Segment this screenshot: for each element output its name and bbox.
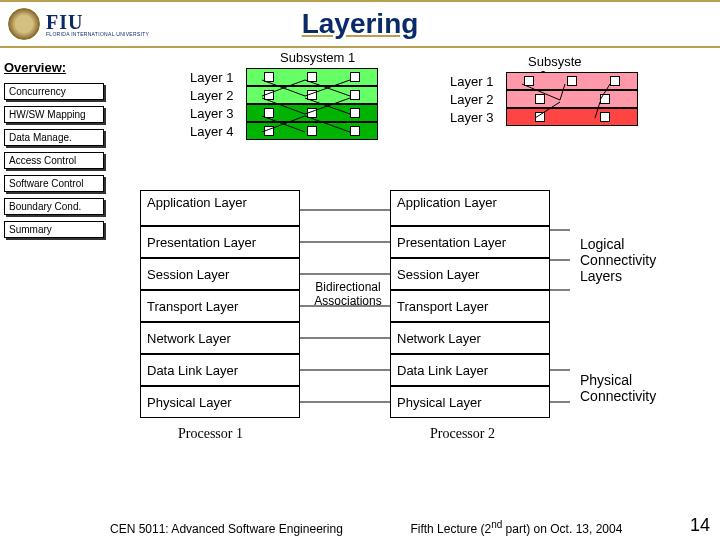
s1-layer4-label: Layer 4 [190, 124, 246, 139]
footer-mid-sup: nd [491, 519, 502, 530]
footer-left: CEN 5011: Advanced Software Engineering [110, 522, 343, 536]
node-icon [264, 90, 274, 100]
logical-label: Logical Connectivity Layers [580, 236, 680, 284]
processor1-label: Processor 1 [178, 426, 243, 442]
header: FIU FLORIDA INTERNATIONAL UNIVERSITY Lay… [0, 0, 720, 48]
presentation-right: Presentation Layer [390, 226, 550, 258]
node-icon [307, 108, 317, 118]
page-number: 14 [690, 515, 710, 536]
node-icon [264, 126, 274, 136]
content: Subsystem 1 Layer 1 Layer 2 Layer 3 Laye… [130, 50, 710, 520]
stack-left: Application Layer Presentation Layer Ses… [140, 190, 300, 418]
node-icon [307, 90, 317, 100]
node-icon [307, 126, 317, 136]
node-icon [350, 72, 360, 82]
nav-concurrency[interactable]: Concurrency [4, 83, 104, 100]
s1-layer1-bar [246, 68, 378, 86]
datalink-left: Data Link Layer [140, 354, 300, 386]
session-left: Session Layer [140, 258, 300, 290]
network-right: Network Layer [390, 322, 550, 354]
s1-layer2-bar [246, 86, 378, 104]
bidirectional-label: Bidirectional Associations [308, 280, 388, 308]
nav-summary[interactable]: Summary [4, 221, 104, 238]
s1-layer4-bar [246, 122, 378, 140]
node-icon [567, 76, 577, 86]
datalink-right: Data Link Layer [390, 354, 550, 386]
physical-right: Physical Layer [390, 386, 550, 418]
subsystem1-block: Layer 1 Layer 2 Layer 3 Layer 4 [190, 68, 378, 140]
s2-layer2-bar [506, 90, 638, 108]
node-icon [610, 76, 620, 86]
physical-label: Physical Connectivity [580, 372, 680, 404]
s1-layer2-label: Layer 2 [190, 88, 246, 103]
osi-diagram: Application Layer Presentation Layer Ses… [130, 190, 710, 520]
subsystem1-title: Subsystem 1 [280, 50, 355, 65]
s1-layer3-bar [246, 104, 378, 122]
node-icon [350, 126, 360, 136]
s2-layer1-label: Layer 1 [450, 74, 506, 89]
nav-software-control[interactable]: Software Control [4, 175, 104, 192]
app-layer-left: Application Layer [140, 190, 300, 226]
node-icon [600, 112, 610, 122]
processor2-label: Processor 2 [430, 426, 495, 442]
node-icon [307, 72, 317, 82]
presentation-left: Presentation Layer [140, 226, 300, 258]
node-icon [535, 112, 545, 122]
node-icon [350, 108, 360, 118]
fiu-seal-icon [8, 8, 40, 40]
transport-left: Transport Layer [140, 290, 300, 322]
stack-right: Application Layer Presentation Layer Ses… [390, 190, 550, 418]
subsystem2-title: Subsyste [528, 54, 581, 69]
node-icon [600, 94, 610, 104]
nav-access-control[interactable]: Access Control [4, 152, 104, 169]
s2-layer3-bar [506, 108, 638, 126]
s2-layer2-label: Layer 2 [450, 92, 506, 107]
node-icon [264, 108, 274, 118]
transport-right: Transport Layer [390, 290, 550, 322]
sidebar: Overview: Concurrency HW/SW Mapping Data… [4, 60, 114, 244]
s1-layer1-label: Layer 1 [190, 70, 246, 85]
physical-left: Physical Layer [140, 386, 300, 418]
s2-layer3-label: Layer 3 [450, 110, 506, 125]
network-left: Network Layer [140, 322, 300, 354]
footer-mid-a: Fifth Lecture (2 [410, 522, 491, 536]
node-icon [535, 94, 545, 104]
nav-boundary-cond[interactable]: Boundary Cond. [4, 198, 104, 215]
node-icon [350, 90, 360, 100]
footer: CEN 5011: Advanced Software Engineering … [0, 515, 720, 536]
session-right: Session Layer [390, 258, 550, 290]
s1-layer3-label: Layer 3 [190, 106, 246, 121]
logo-subtitle: FLORIDA INTERNATIONAL UNIVERSITY [46, 32, 149, 37]
overview-heading: Overview: [4, 60, 114, 75]
logo-fiu: FIU [46, 12, 149, 32]
s2-layer1-bar [506, 72, 638, 90]
nav-data-manage[interactable]: Data Manage. [4, 129, 104, 146]
node-icon [264, 72, 274, 82]
nav-hwsw-mapping[interactable]: HW/SW Mapping [4, 106, 104, 123]
page-title: Layering [302, 8, 419, 40]
app-layer-right: Application Layer [390, 190, 550, 226]
logo-text: FIU FLORIDA INTERNATIONAL UNIVERSITY [46, 12, 149, 37]
subsystem2-block: Layer 1 Layer 2 Layer 3 [450, 72, 638, 126]
footer-mid-b: part) on Oct. 13, 2004 [502, 522, 622, 536]
node-icon [524, 76, 534, 86]
subsystems-diagram: Subsystem 1 Layer 1 Layer 2 Layer 3 Laye… [130, 50, 710, 170]
footer-mid: Fifth Lecture (2nd part) on Oct. 13, 200… [410, 519, 622, 536]
